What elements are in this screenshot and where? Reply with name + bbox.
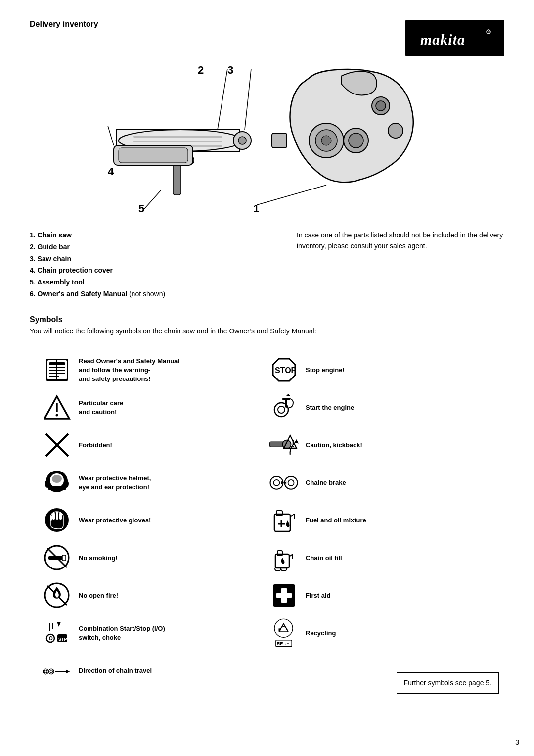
warning-triangle-icon	[42, 393, 72, 423]
svg-point-13	[238, 137, 246, 144]
symbols-intro: You will notice the following symbols on…	[30, 327, 504, 335]
symbol-row-helmet: Wear protective helmet,eye and ear prote…	[40, 464, 267, 502]
header-row: Delivery inventory makita ®	[30, 20, 504, 56]
svg-rect-10	[134, 141, 222, 142]
no-smoking-icon	[42, 543, 72, 573]
start-stop-icon: | I O STP	[42, 618, 72, 648]
svg-point-52	[45, 480, 50, 488]
parts-row: 1. Chain saw 2. Guide bar 3. Saw chain 4…	[30, 230, 504, 300]
svg-marker-71	[57, 622, 61, 627]
symbol-row-start-stop: | I O STP	[40, 614, 267, 652]
svg-rect-32	[272, 133, 287, 148]
forbidden-x-icon	[42, 430, 72, 460]
further-symbols-text: Further symbols see page 5.	[404, 679, 491, 687]
makita-logo: makita ®	[405, 20, 504, 56]
svg-rect-56	[56, 512, 58, 520]
svg-rect-9	[134, 136, 222, 138]
svg-point-95	[288, 480, 294, 486]
svg-point-93	[273, 480, 279, 486]
svg-text:|: |	[48, 622, 50, 631]
svg-rect-50	[48, 486, 66, 490]
helmet-label: Wear protective helmet,eye and ear prote…	[79, 474, 151, 492]
svg-point-53	[64, 480, 69, 488]
svg-text:3: 3	[227, 64, 233, 76]
symbol-row-chain-oil: Chain oil fill	[267, 539, 494, 577]
recycling-label: Recycling	[306, 629, 336, 638]
svg-point-28	[349, 133, 363, 148]
symbol-row-warning: Particular careand caution!	[40, 389, 267, 426]
start-engine-label: Start the engine	[306, 403, 354, 412]
symbols-section: Symbols You will notice the following sy…	[30, 315, 504, 699]
svg-line-14	[218, 69, 227, 130]
symbol-row-stop: STOP Stop engine!	[267, 351, 494, 389]
no-fire-icon	[42, 581, 72, 611]
svg-point-94	[285, 476, 298, 489]
caution-label: Particular careand caution!	[79, 399, 123, 417]
svg-text:I: I	[51, 622, 53, 631]
symbols-right-col: STOP Stop engine!	[267, 351, 494, 690]
symbol-row-no-smoking: No smoking!	[40, 539, 267, 577]
delivery-title: Delivery inventory	[30, 20, 98, 29]
svg-text:makita: makita	[420, 31, 465, 47]
symbols-grid: Read Owner's and Safety Manualand follow…	[40, 351, 494, 690]
list-item: 2. Guide bar	[30, 241, 165, 253]
symbols-left-col: Read Owner's and Safety Manualand follow…	[40, 351, 267, 690]
stop-engine-label: Stop engine!	[306, 366, 345, 375]
start-stop-label: Combination Start/Stop (I/O)switch, chok…	[79, 624, 165, 642]
svg-marker-78	[66, 670, 70, 674]
svg-point-75	[50, 670, 52, 673]
no-fire-label: No open fire!	[79, 591, 118, 600]
symbol-row-forbidden: Forbidden!	[40, 426, 267, 464]
svg-text:STOP: STOP	[275, 366, 297, 375]
forbidden-label: Forbidden!	[79, 441, 112, 450]
symbol-row-recycling: RE ZY Recycling	[267, 614, 494, 652]
symbol-row-start-engine: Start the engine	[267, 389, 494, 426]
svg-line-15	[245, 69, 251, 130]
book-icon	[42, 355, 72, 385]
svg-point-31	[388, 123, 403, 138]
gloves-icon	[42, 506, 72, 535]
chain-brake-icon	[269, 468, 299, 498]
svg-marker-85	[286, 394, 290, 396]
chain-direction-label: Direction of chain travel	[79, 666, 152, 675]
symbol-row-kickback: Caution, kickback!	[267, 426, 494, 464]
list-item: 1. Chain saw	[30, 230, 165, 241]
parts-list: 1. Chain saw 2. Guide bar 3. Saw chain 4…	[30, 230, 165, 300]
svg-line-33	[257, 185, 326, 205]
svg-point-26	[321, 136, 331, 145]
diagram-svg: 2 3	[94, 61, 440, 220]
svg-line-19	[144, 190, 161, 209]
svg-rect-55	[52, 513, 55, 520]
svg-point-30	[376, 101, 386, 111]
svg-point-73	[44, 670, 47, 673]
symbol-row-chain-brake: Chaine brake	[267, 464, 494, 502]
list-item: 3. Saw chain	[30, 253, 165, 265]
svg-rect-22	[119, 148, 188, 163]
chain-oil-label: Chain oil fill	[306, 554, 342, 563]
kickback-icon	[269, 430, 299, 460]
fuel-label: Fuel and oil mixture	[306, 516, 366, 525]
svg-point-92	[270, 476, 283, 489]
svg-rect-41	[49, 376, 59, 377]
svg-text:®: ®	[488, 30, 491, 35]
svg-point-51	[52, 475, 62, 483]
svg-point-82	[278, 406, 285, 413]
stop-icon: STOP	[269, 355, 299, 385]
svg-rect-113	[276, 593, 292, 598]
helmet-icon	[42, 468, 72, 498]
further-symbols-note: Further symbols see page 5.	[397, 672, 499, 694]
svg-text:RE: RE	[277, 641, 283, 646]
symbols-box: Read Owner's and Safety Manualand follow…	[30, 342, 504, 699]
read-manual-label: Read Owner's and Safety Manualand follow…	[79, 357, 179, 384]
svg-point-74	[49, 669, 54, 674]
page-number: 3	[515, 738, 519, 746]
symbol-row-fuel: Fuel and oil mixture	[267, 502, 494, 539]
svg-text:4: 4	[108, 165, 114, 178]
chain-brake-label: Chaine brake	[306, 478, 346, 487]
list-item: 4. Chain protection cover	[30, 265, 165, 277]
chain-oil-icon	[269, 543, 299, 573]
svg-text:1: 1	[253, 202, 259, 215]
svg-rect-57	[59, 513, 62, 520]
first-aid-label: First aid	[306, 591, 331, 600]
svg-rect-58	[50, 515, 52, 521]
